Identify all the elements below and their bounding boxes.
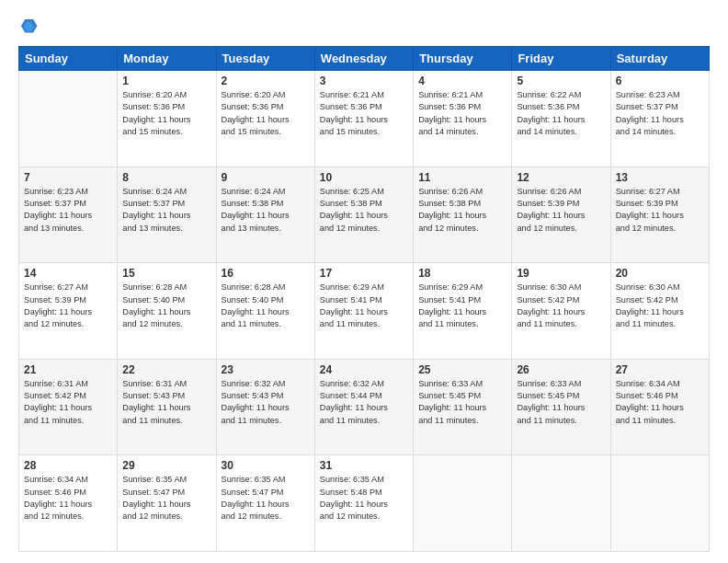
calendar-day-29: 29Sunrise: 6:35 AM Sunset: 5:47 PM Dayli… — [118, 455, 216, 552]
calendar-day-17: 17Sunrise: 6:29 AM Sunset: 5:41 PM Dayli… — [314, 263, 413, 360]
day-info: Sunrise: 6:34 AM Sunset: 5:46 PM Dayligh… — [24, 474, 112, 523]
day-number: 14 — [24, 267, 112, 280]
calendar-week-row: 1Sunrise: 6:20 AM Sunset: 5:36 PM Daylig… — [19, 71, 710, 167]
day-number: 7 — [24, 171, 112, 184]
calendar-day-23: 23Sunrise: 6:32 AM Sunset: 5:43 PM Dayli… — [216, 359, 314, 455]
calendar-header-thursday: Thursday — [414, 47, 512, 71]
calendar-header-tuesday: Tuesday — [216, 47, 314, 71]
day-number: 22 — [122, 363, 210, 376]
day-number: 15 — [122, 267, 210, 280]
day-info: Sunrise: 6:22 AM Sunset: 5:36 PM Dayligh… — [517, 89, 605, 138]
day-info: Sunrise: 6:24 AM Sunset: 5:37 PM Dayligh… — [122, 186, 210, 235]
day-info: Sunrise: 6:20 AM Sunset: 5:36 PM Dayligh… — [122, 89, 210, 138]
calendar-header-wednesday: Wednesday — [314, 47, 413, 71]
day-info: Sunrise: 6:27 AM Sunset: 5:39 PM Dayligh… — [616, 186, 704, 235]
calendar-day-8: 8Sunrise: 6:24 AM Sunset: 5:37 PM Daylig… — [118, 167, 216, 263]
day-number: 30 — [222, 459, 310, 472]
day-number: 29 — [122, 459, 210, 472]
page: SundayMondayTuesdayWednesdayThursdayFrid… — [0, 0, 728, 563]
day-number: 11 — [418, 171, 506, 184]
calendar-day-28: 28Sunrise: 6:34 AM Sunset: 5:46 PM Dayli… — [19, 455, 118, 552]
day-number: 21 — [24, 363, 112, 376]
day-number: 16 — [222, 267, 310, 280]
calendar-week-row: 28Sunrise: 6:34 AM Sunset: 5:46 PM Dayli… — [19, 455, 710, 552]
calendar-day-6: 6Sunrise: 6:23 AM Sunset: 5:37 PM Daylig… — [610, 71, 709, 167]
calendar-empty-cell — [610, 455, 709, 552]
calendar-day-26: 26Sunrise: 6:33 AM Sunset: 5:45 PM Dayli… — [512, 359, 610, 455]
calendar-day-3: 3Sunrise: 6:21 AM Sunset: 5:36 PM Daylig… — [314, 71, 413, 167]
day-info: Sunrise: 6:30 AM Sunset: 5:42 PM Dayligh… — [616, 282, 704, 330]
day-number: 6 — [616, 75, 704, 87]
calendar-header-monday: Monday — [118, 47, 216, 71]
day-info: Sunrise: 6:26 AM Sunset: 5:39 PM Dayligh… — [517, 186, 605, 235]
calendar-day-13: 13Sunrise: 6:27 AM Sunset: 5:39 PM Dayli… — [610, 167, 709, 263]
day-number: 12 — [517, 171, 605, 184]
day-number: 5 — [517, 75, 605, 87]
day-info: Sunrise: 6:35 AM Sunset: 5:48 PM Dayligh… — [320, 474, 408, 523]
calendar-week-row: 7Sunrise: 6:23 AM Sunset: 5:37 PM Daylig… — [19, 167, 710, 263]
calendar-day-18: 18Sunrise: 6:29 AM Sunset: 5:41 PM Dayli… — [414, 263, 512, 360]
calendar-day-12: 12Sunrise: 6:26 AM Sunset: 5:39 PM Dayli… — [512, 167, 610, 263]
calendar-empty-cell — [19, 71, 118, 167]
calendar-day-7: 7Sunrise: 6:23 AM Sunset: 5:37 PM Daylig… — [19, 167, 118, 263]
calendar-header-sunday: Sunday — [19, 47, 118, 71]
day-number: 17 — [320, 267, 408, 280]
day-number: 1 — [122, 75, 210, 87]
calendar-empty-cell — [414, 455, 512, 552]
day-info: Sunrise: 6:28 AM Sunset: 5:40 PM Dayligh… — [122, 282, 210, 330]
day-number: 19 — [517, 267, 605, 280]
logo — [18, 17, 40, 37]
calendar-empty-cell — [512, 455, 610, 552]
calendar-week-row: 21Sunrise: 6:31 AM Sunset: 5:42 PM Dayli… — [19, 359, 710, 455]
calendar-header-row: SundayMondayTuesdayWednesdayThursdayFrid… — [19, 47, 710, 71]
day-info: Sunrise: 6:33 AM Sunset: 5:45 PM Dayligh… — [418, 378, 506, 427]
calendar-day-11: 11Sunrise: 6:26 AM Sunset: 5:38 PM Dayli… — [414, 167, 512, 263]
calendar-day-27: 27Sunrise: 6:34 AM Sunset: 5:46 PM Dayli… — [610, 359, 709, 455]
day-info: Sunrise: 6:35 AM Sunset: 5:47 PM Dayligh… — [222, 474, 310, 523]
calendar-day-2: 2Sunrise: 6:20 AM Sunset: 5:36 PM Daylig… — [216, 71, 314, 167]
calendar-day-10: 10Sunrise: 6:25 AM Sunset: 5:38 PM Dayli… — [314, 167, 413, 263]
calendar-week-row: 14Sunrise: 6:27 AM Sunset: 5:39 PM Dayli… — [19, 263, 710, 360]
calendar-day-4: 4Sunrise: 6:21 AM Sunset: 5:36 PM Daylig… — [414, 71, 512, 167]
day-number: 4 — [418, 75, 506, 87]
day-info: Sunrise: 6:32 AM Sunset: 5:43 PM Dayligh… — [222, 378, 310, 427]
day-info: Sunrise: 6:31 AM Sunset: 5:43 PM Dayligh… — [122, 378, 210, 427]
day-number: 23 — [222, 363, 310, 376]
calendar-day-1: 1Sunrise: 6:20 AM Sunset: 5:36 PM Daylig… — [118, 71, 216, 167]
day-info: Sunrise: 6:26 AM Sunset: 5:38 PM Dayligh… — [418, 186, 506, 235]
day-number: 24 — [320, 363, 408, 376]
day-number: 10 — [320, 171, 408, 184]
calendar-day-31: 31Sunrise: 6:35 AM Sunset: 5:48 PM Dayli… — [314, 455, 413, 552]
day-info: Sunrise: 6:25 AM Sunset: 5:38 PM Dayligh… — [320, 186, 408, 235]
calendar-day-16: 16Sunrise: 6:28 AM Sunset: 5:40 PM Dayli… — [216, 263, 314, 360]
header — [18, 17, 710, 37]
day-info: Sunrise: 6:29 AM Sunset: 5:41 PM Dayligh… — [418, 282, 506, 330]
day-number: 25 — [418, 363, 506, 376]
day-number: 13 — [616, 171, 704, 184]
day-info: Sunrise: 6:35 AM Sunset: 5:47 PM Dayligh… — [122, 474, 210, 523]
calendar-day-20: 20Sunrise: 6:30 AM Sunset: 5:42 PM Dayli… — [610, 263, 709, 360]
day-number: 31 — [320, 459, 408, 472]
calendar-day-9: 9Sunrise: 6:24 AM Sunset: 5:38 PM Daylig… — [216, 167, 314, 263]
day-info: Sunrise: 6:31 AM Sunset: 5:42 PM Dayligh… — [24, 378, 112, 427]
calendar-day-14: 14Sunrise: 6:27 AM Sunset: 5:39 PM Dayli… — [19, 263, 118, 360]
logo-text — [18, 17, 40, 37]
day-info: Sunrise: 6:21 AM Sunset: 5:36 PM Dayligh… — [320, 89, 408, 138]
day-info: Sunrise: 6:34 AM Sunset: 5:46 PM Dayligh… — [616, 378, 704, 427]
day-number: 20 — [616, 267, 704, 280]
calendar-day-25: 25Sunrise: 6:33 AM Sunset: 5:45 PM Dayli… — [414, 359, 512, 455]
day-info: Sunrise: 6:24 AM Sunset: 5:38 PM Dayligh… — [222, 186, 310, 235]
day-info: Sunrise: 6:23 AM Sunset: 5:37 PM Dayligh… — [616, 89, 704, 138]
calendar-day-19: 19Sunrise: 6:30 AM Sunset: 5:42 PM Dayli… — [512, 263, 610, 360]
day-info: Sunrise: 6:23 AM Sunset: 5:37 PM Dayligh… — [24, 186, 112, 235]
day-info: Sunrise: 6:28 AM Sunset: 5:40 PM Dayligh… — [222, 282, 310, 330]
calendar-header-saturday: Saturday — [610, 47, 709, 71]
calendar-day-21: 21Sunrise: 6:31 AM Sunset: 5:42 PM Dayli… — [19, 359, 118, 455]
day-number: 26 — [517, 363, 605, 376]
day-number: 27 — [616, 363, 704, 376]
day-info: Sunrise: 6:33 AM Sunset: 5:45 PM Dayligh… — [517, 378, 605, 427]
calendar-day-5: 5Sunrise: 6:22 AM Sunset: 5:36 PM Daylig… — [512, 71, 610, 167]
calendar-day-30: 30Sunrise: 6:35 AM Sunset: 5:47 PM Dayli… — [216, 455, 314, 552]
day-number: 8 — [122, 171, 210, 184]
day-info: Sunrise: 6:29 AM Sunset: 5:41 PM Dayligh… — [320, 282, 408, 330]
